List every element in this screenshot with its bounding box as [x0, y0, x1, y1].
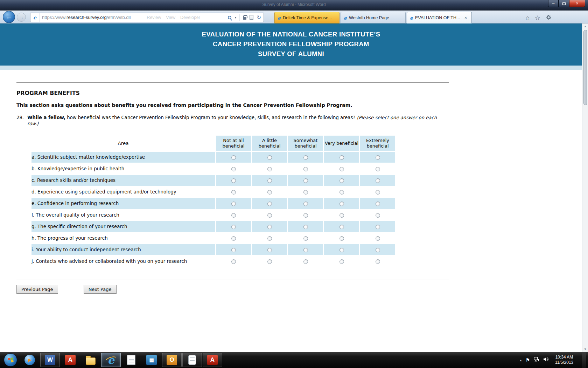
radio-row9-col0[interactable] [231, 259, 236, 264]
radio-row6-col3[interactable] [340, 225, 344, 229]
maximize-button[interactable] [559, 0, 569, 7]
address-bar[interactable]: e https://www.research-survey.org/efm/ws… [30, 13, 264, 22]
radio-row6-col2[interactable] [303, 225, 308, 229]
radio-row4-col3[interactable] [340, 202, 344, 206]
radio-cell [252, 198, 287, 209]
taskbar-item-media-player-icon[interactable]: ▶ [20, 353, 40, 367]
forward-button[interactable]: → [17, 13, 26, 22]
next-page-button[interactable]: Next Page [84, 285, 117, 294]
taskbar-item-word-icon[interactable]: W [40, 353, 60, 367]
radio-row3-col3[interactable] [340, 190, 344, 195]
radio-row3-col2[interactable] [303, 190, 308, 195]
radio-row1-col2[interactable] [303, 167, 308, 171]
radio-row3-col4[interactable] [376, 190, 380, 195]
radio-row6-col1[interactable] [267, 225, 272, 229]
hidden-icons-chevron-icon[interactable]: ▴ [520, 358, 522, 362]
radio-row0-col3[interactable] [340, 155, 344, 160]
screen: Survey of Alumni - Microsoft Word – × ← … [0, 0, 588, 368]
radio-row2-col3[interactable] [340, 178, 344, 183]
action-center-flag-icon[interactable]: ⚑ [525, 357, 530, 363]
radio-row0-col0[interactable] [231, 155, 236, 160]
radio-row0-col1[interactable] [267, 155, 272, 160]
radio-row9-col4[interactable] [376, 259, 380, 264]
radio-row6-col4[interactable] [376, 225, 380, 229]
taskbar-item-journal-icon[interactable] [121, 353, 141, 367]
minimize-button[interactable]: – [548, 0, 559, 7]
radio-row7-col2[interactable] [303, 236, 308, 241]
vertical-scrollbar[interactable]: ▲ ▼ [582, 23, 588, 352]
close-button[interactable]: × [569, 0, 585, 7]
radio-row2-col2[interactable] [303, 178, 308, 183]
tab-label: Deltek Time & Expense... [283, 15, 332, 20]
radio-row8-col1[interactable] [267, 248, 272, 252]
radio-row4-col1[interactable] [267, 202, 272, 206]
taskbar-item-app-icon[interactable]: ▦ [142, 353, 161, 367]
radio-row8-col3[interactable] [340, 248, 344, 252]
radio-row4-col0[interactable] [231, 202, 236, 206]
tab-wesinfo[interactable]: e WesInfo Home Page [341, 12, 406, 23]
radio-row0-col4[interactable] [376, 155, 380, 160]
previous-page-button[interactable]: Previous Page [16, 285, 58, 294]
refresh-icon[interactable]: ↻ [257, 15, 261, 20]
home-icon[interactable]: ⌂ [526, 14, 530, 22]
radio-row4-col4[interactable] [376, 202, 380, 206]
radio-cell [360, 163, 395, 174]
radio-row5-col4[interactable] [376, 213, 380, 218]
radio-row1-col3[interactable] [340, 167, 344, 171]
show-desktop-button[interactable] [582, 352, 586, 368]
radio-row5-col1[interactable] [267, 213, 272, 218]
taskbar-item-document-icon[interactable] [182, 353, 202, 367]
settings-gear-icon[interactable] [546, 14, 552, 22]
radio-row7-col3[interactable] [340, 236, 344, 241]
question-text: While a fellow, how beneficial was the C… [27, 115, 444, 127]
network-icon[interactable] [534, 357, 539, 363]
url-text[interactable]: https://www.research-survey.org/efm/wsb.… [42, 15, 131, 20]
taskbar-item-outlook-icon[interactable]: O [162, 353, 182, 367]
radio-row5-col3[interactable] [340, 213, 344, 218]
security-lock-icon[interactable] [243, 17, 246, 20]
radio-row1-col4[interactable] [376, 167, 380, 171]
start-button[interactable] [2, 353, 19, 367]
radio-row2-col4[interactable] [376, 178, 380, 183]
scrollbar-thumb[interactable] [583, 30, 587, 105]
radio-row3-col1[interactable] [267, 190, 272, 195]
question-28: 28. While a fellow, how beneficial was t… [16, 115, 449, 127]
back-button[interactable]: ← [3, 11, 15, 23]
favorites-star-icon[interactable]: ☆ [535, 14, 540, 22]
taskbar-item-ie-icon[interactable]: e [101, 353, 121, 367]
compatibility-view-icon[interactable] [250, 15, 253, 20]
radio-row7-col1[interactable] [267, 236, 272, 241]
table-row: a. Scientific subject matter knowledge/e… [31, 152, 395, 163]
taskbar-item-folder-icon[interactable] [81, 353, 100, 367]
taskbar-item-acrobat-reader-icon[interactable]: A [61, 353, 80, 367]
radio-row2-col0[interactable] [231, 178, 236, 183]
volume-icon[interactable] [543, 357, 549, 363]
radio-row9-col3[interactable] [340, 259, 344, 264]
tab-evaluation-active[interactable]: e EVALUATION OF TH... × [407, 12, 472, 23]
radio-row8-col4[interactable] [376, 248, 380, 252]
autocomplete-dropdown-icon[interactable]: ▾ [234, 15, 236, 19]
radio-row7-col0[interactable] [231, 236, 236, 241]
radio-row1-col1[interactable] [267, 167, 272, 171]
radio-row2-col1[interactable] [267, 178, 272, 183]
radio-row3-col0[interactable] [231, 190, 236, 195]
radio-cell [288, 163, 323, 174]
radio-row7-col4[interactable] [376, 236, 380, 241]
radio-row8-col2[interactable] [303, 248, 308, 252]
scroll-down-button[interactable]: ▼ [582, 346, 588, 352]
radio-row1-col0[interactable] [231, 167, 236, 171]
radio-row8-col0[interactable] [231, 248, 236, 252]
radio-row5-col2[interactable] [303, 213, 308, 218]
radio-row0-col2[interactable] [303, 155, 308, 160]
radio-row4-col2[interactable] [303, 202, 308, 206]
radio-row5-col0[interactable] [231, 213, 236, 218]
tab-close-icon[interactable]: × [463, 15, 469, 21]
taskbar-clock[interactable]: 10:34 AM 11/5/2013 [553, 355, 576, 365]
scroll-up-button[interactable]: ▲ [582, 23, 588, 29]
radio-row6-col0[interactable] [231, 225, 236, 229]
tab-deltek[interactable]: e Deltek Time & Expense... [274, 12, 340, 23]
search-icon[interactable] [228, 16, 231, 19]
radio-row9-col1[interactable] [267, 259, 272, 264]
taskbar-item-acrobat-pdf-icon[interactable]: A [203, 353, 222, 367]
radio-row9-col2[interactable] [303, 259, 308, 264]
